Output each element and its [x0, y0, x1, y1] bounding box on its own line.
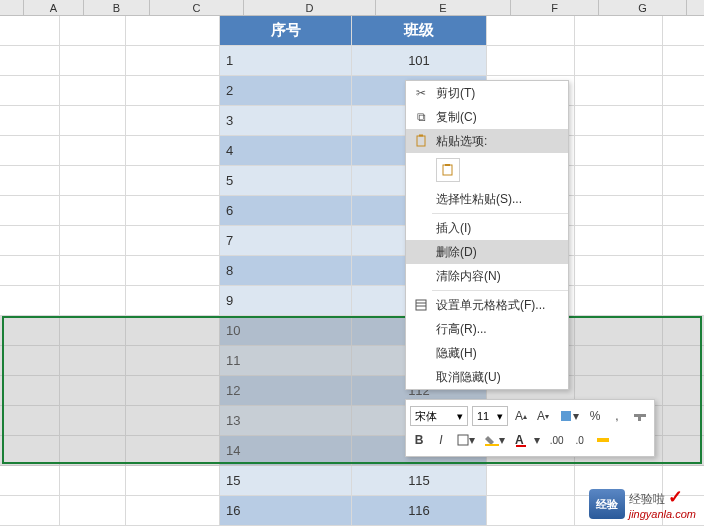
bold-button[interactable]: B	[410, 430, 428, 450]
table-row[interactable]: 10	[0, 316, 704, 346]
table-row[interactable]: 2	[0, 76, 704, 106]
col-header-f[interactable]: F	[511, 0, 599, 15]
header-seq[interactable]: 序号	[220, 16, 352, 45]
cell[interactable]	[60, 226, 126, 255]
cell[interactable]	[0, 196, 60, 225]
menu-cut[interactable]: ✂ 剪切(T)	[406, 81, 568, 105]
decrease-font-button[interactable]: A▾	[534, 406, 552, 426]
cell[interactable]	[126, 256, 220, 285]
cell[interactable]	[0, 406, 60, 435]
percent-button[interactable]: %	[586, 406, 604, 426]
cell[interactable]	[0, 76, 60, 105]
col-header-b[interactable]: B	[84, 0, 150, 15]
cell-seq[interactable]: 4	[220, 136, 352, 165]
cell[interactable]	[126, 286, 220, 315]
cell[interactable]	[126, 436, 220, 465]
cell[interactable]	[0, 46, 60, 75]
font-size-select[interactable]: 11 ▾	[472, 406, 508, 426]
cell[interactable]	[0, 496, 60, 525]
cell[interactable]	[60, 196, 126, 225]
increase-decimal-button[interactable]: .0	[571, 430, 589, 450]
cell[interactable]	[60, 346, 126, 375]
cell[interactable]	[487, 466, 575, 495]
cell[interactable]	[60, 286, 126, 315]
merge-cells-button[interactable]	[593, 430, 613, 450]
cell[interactable]	[126, 136, 220, 165]
table-row[interactable]: 5	[0, 166, 704, 196]
font-color-button[interactable]: A ▾	[512, 430, 543, 450]
cell[interactable]	[126, 496, 220, 525]
menu-paste-special[interactable]: 选择性粘贴(S)...	[406, 187, 568, 211]
cell-seq[interactable]: 14	[220, 436, 352, 465]
format-painter-button[interactable]	[630, 406, 650, 426]
cell[interactable]	[575, 346, 663, 375]
menu-delete[interactable]: 删除(D)	[406, 240, 568, 264]
cell[interactable]	[126, 106, 220, 135]
accounting-format-button[interactable]: ▾	[556, 406, 582, 426]
cell[interactable]	[0, 226, 60, 255]
menu-unhide[interactable]: 取消隐藏(U)	[406, 365, 568, 389]
cell[interactable]	[60, 406, 126, 435]
cell[interactable]	[60, 436, 126, 465]
cell[interactable]	[126, 346, 220, 375]
cell[interactable]	[575, 286, 663, 315]
comma-button[interactable]: ,	[608, 406, 626, 426]
cell-seq[interactable]: 11	[220, 346, 352, 375]
cell[interactable]	[126, 376, 220, 405]
cell[interactable]	[60, 496, 126, 525]
cell[interactable]	[60, 376, 126, 405]
col-header-d[interactable]: D	[244, 0, 376, 15]
table-row[interactable]: 1101	[0, 46, 704, 76]
cell[interactable]	[126, 226, 220, 255]
table-row[interactable]: 8	[0, 256, 704, 286]
select-all-corner[interactable]	[0, 0, 24, 15]
cell[interactable]	[575, 256, 663, 285]
cell[interactable]	[575, 136, 663, 165]
decrease-decimal-button[interactable]: .00	[547, 430, 567, 450]
font-name-select[interactable]: 宋体 ▾	[410, 406, 468, 426]
cell-seq[interactable]: 15	[220, 466, 352, 495]
cell-seq[interactable]: 6	[220, 196, 352, 225]
cell[interactable]	[60, 466, 126, 495]
cell[interactable]	[0, 346, 60, 375]
menu-insert[interactable]: 插入(I)	[406, 216, 568, 240]
cell-seq[interactable]: 3	[220, 106, 352, 135]
cell[interactable]	[575, 76, 663, 105]
cell[interactable]	[0, 166, 60, 195]
cell[interactable]	[575, 196, 663, 225]
table-row[interactable]: 3	[0, 106, 704, 136]
cell[interactable]	[126, 76, 220, 105]
cell[interactable]	[575, 226, 663, 255]
cell-class[interactable]: 101	[352, 46, 487, 75]
cell[interactable]	[487, 46, 575, 75]
cell[interactable]	[60, 256, 126, 285]
table-row[interactable]: 6	[0, 196, 704, 226]
cell[interactable]	[126, 466, 220, 495]
cell-class[interactable]: 115	[352, 466, 487, 495]
cell-seq[interactable]: 7	[220, 226, 352, 255]
cell[interactable]	[126, 316, 220, 345]
cell[interactable]	[0, 466, 60, 495]
table-row[interactable]: 4	[0, 136, 704, 166]
italic-button[interactable]: I	[432, 430, 450, 450]
cell[interactable]	[0, 376, 60, 405]
col-header-c[interactable]: C	[150, 0, 244, 15]
cell-seq[interactable]: 8	[220, 256, 352, 285]
cell[interactable]	[575, 316, 663, 345]
cell[interactable]	[0, 256, 60, 285]
menu-hide[interactable]: 隐藏(H)	[406, 341, 568, 365]
cell[interactable]	[0, 436, 60, 465]
col-header-e[interactable]: E	[376, 0, 511, 15]
menu-format-cells[interactable]: 设置单元格格式(F)...	[406, 293, 568, 317]
cell[interactable]	[0, 286, 60, 315]
cell[interactable]	[60, 166, 126, 195]
menu-clear[interactable]: 清除内容(N)	[406, 264, 568, 288]
paste-option-default[interactable]	[436, 158, 460, 182]
cell[interactable]	[0, 136, 60, 165]
fill-color-button[interactable]: ▾	[482, 430, 508, 450]
cell-seq[interactable]: 9	[220, 286, 352, 315]
cell[interactable]	[0, 316, 60, 345]
cell[interactable]	[575, 106, 663, 135]
menu-copy[interactable]: ⧉ 复制(C)	[406, 105, 568, 129]
cell[interactable]	[60, 76, 126, 105]
